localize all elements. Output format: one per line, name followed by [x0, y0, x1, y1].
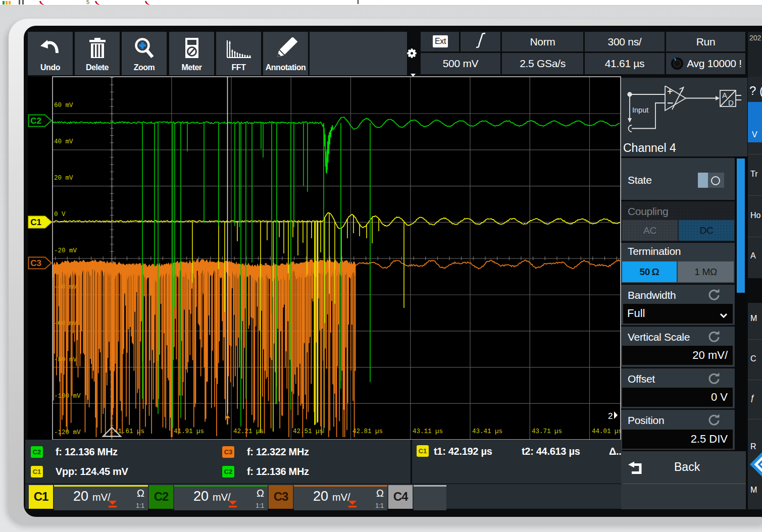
svg-text:A: A: [722, 91, 727, 99]
svg-text:+: +: [667, 86, 673, 96]
svg-text:−: −: [667, 97, 673, 109]
svg-text:C1: C1: [30, 218, 41, 227]
svg-text:C2: C2: [30, 116, 41, 126]
svg-text:D: D: [728, 98, 734, 107]
svg-text:C3: C3: [30, 258, 41, 268]
svg-text:2: 2: [608, 411, 613, 421]
svg-text:Input: Input: [632, 106, 648, 114]
